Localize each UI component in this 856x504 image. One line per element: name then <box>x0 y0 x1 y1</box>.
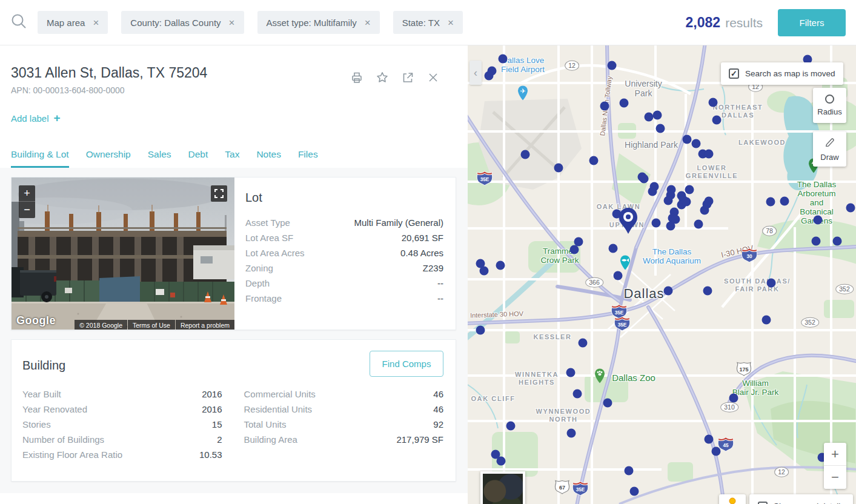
radius-circle-icon <box>825 94 834 104</box>
property-marker-dot[interactable] <box>609 244 618 253</box>
chip-close-icon[interactable]: × <box>229 18 235 28</box>
property-marker-dot[interactable] <box>570 245 579 254</box>
property-marker-dot[interactable] <box>766 197 775 207</box>
paw-poi-marker[interactable] <box>594 368 606 386</box>
airplane-poi-marker[interactable]: ✈ <box>517 85 529 104</box>
checkbox-unchecked-icon[interactable] <box>758 502 768 504</box>
tab-ownership[interactable]: Ownership <box>86 149 131 168</box>
property-marker-dot[interactable] <box>608 61 617 70</box>
open-external-icon[interactable] <box>401 71 414 84</box>
property-marker-dot[interactable] <box>579 339 588 348</box>
property-marker-dot[interactable] <box>846 204 855 213</box>
property-marker-dot[interactable] <box>485 71 494 81</box>
street-view-image[interactable]: + − Google © 2018 Google Terms of Use Re… <box>12 177 234 330</box>
property-marker-dot[interactable] <box>712 447 721 456</box>
tab-sales[interactable]: Sales <box>148 149 171 168</box>
fullscreen-icon[interactable] <box>211 185 227 202</box>
property-marker-dot[interactable] <box>712 116 722 125</box>
property-marker-dot[interactable] <box>589 156 599 165</box>
property-marker-dot[interactable] <box>603 399 612 408</box>
property-marker-dot[interactable] <box>476 326 485 335</box>
property-marker-dot[interactable] <box>499 55 508 64</box>
property-marker-dot[interactable] <box>682 197 691 207</box>
property-marker-dot[interactable] <box>566 368 576 377</box>
property-marker-dot[interactable] <box>645 113 654 122</box>
property-marker-dot[interactable] <box>652 219 661 228</box>
property-marker-dot[interactable] <box>703 200 712 209</box>
property-marker-dot[interactable] <box>705 435 714 444</box>
pegman-control[interactable] <box>719 494 746 504</box>
property-marker-dot[interactable] <box>833 237 842 246</box>
chip-close-icon[interactable]: × <box>93 18 99 28</box>
property-marker-dot[interactable] <box>630 487 639 496</box>
search-as-map-moved-toggle[interactable]: ✓ Search as map is moved <box>721 62 843 85</box>
property-marker-dot[interactable] <box>648 187 657 196</box>
property-marker-dot[interactable] <box>664 287 673 296</box>
report-problem-link[interactable]: Report a problem <box>176 320 234 330</box>
property-marker-dot[interactable] <box>664 196 673 205</box>
filter-chip-label: Map area <box>47 18 85 28</box>
street-view-thumbnail[interactable] <box>480 471 525 504</box>
collapse-panel-button[interactable]: ‹ <box>469 61 482 85</box>
street-view-zoom-out-button[interactable]: − <box>19 202 35 218</box>
print-icon[interactable] <box>350 71 363 84</box>
property-marker-dot[interactable] <box>780 197 789 206</box>
tab-notes[interactable]: Notes <box>256 149 281 168</box>
radius-tool-button[interactable]: Radius <box>813 88 846 123</box>
property-marker-dot[interactable] <box>640 174 649 184</box>
chip-close-icon[interactable]: × <box>448 18 454 28</box>
property-marker-dot[interactable] <box>666 222 675 231</box>
terms-of-use-link[interactable]: Terms of Use <box>128 320 175 330</box>
property-marker-dot[interactable] <box>480 267 489 276</box>
tab-tax[interactable]: Tax <box>225 149 239 168</box>
property-marker-dot[interactable] <box>767 279 776 288</box>
map-zoom-in-button[interactable]: + <box>824 443 846 466</box>
property-marker-dot[interactable] <box>620 99 629 108</box>
chip-close-icon[interactable]: × <box>365 18 371 28</box>
selected-property-pin[interactable] <box>618 207 639 237</box>
property-marker-dot[interactable] <box>625 466 634 476</box>
favorite-star-icon[interactable] <box>376 71 389 84</box>
property-marker-dot[interactable] <box>554 164 563 173</box>
filter-chip[interactable]: Map area× <box>38 11 108 34</box>
tab-files[interactable]: Files <box>298 149 318 168</box>
map-canvas[interactable]: Dallas LoveField AirportUniversityParkNO… <box>468 45 856 504</box>
draw-tool-button[interactable]: Draw <box>813 131 846 167</box>
close-panel-icon[interactable] <box>426 71 440 84</box>
filter-chip[interactable]: Asset type: Multifamily× <box>257 11 380 34</box>
property-marker-dot[interactable] <box>573 390 582 399</box>
fish-poi-marker[interactable] <box>619 254 631 273</box>
property-marker-dot[interactable] <box>496 261 505 270</box>
property-marker-dot[interactable] <box>703 287 712 296</box>
street-view-zoom-in-button[interactable]: + <box>19 185 35 202</box>
filter-chip[interactable]: State: TX× <box>393 11 463 34</box>
property-marker-dot[interactable] <box>694 220 703 229</box>
property-marker-dot[interactable] <box>812 237 821 246</box>
search-icon[interactable] <box>10 12 28 33</box>
property-marker-dot[interactable] <box>729 394 738 403</box>
property-marker-dot[interactable] <box>709 98 718 107</box>
property-marker-dot[interactable] <box>497 457 506 466</box>
property-marker-dot[interactable] <box>814 216 823 225</box>
property-marker-dot[interactable] <box>705 150 714 159</box>
tab-debt[interactable]: Debt <box>188 149 208 168</box>
property-marker-dot[interactable] <box>683 135 692 144</box>
property-marker-dot[interactable] <box>656 124 665 133</box>
property-marker-dot[interactable] <box>567 429 576 438</box>
filters-button[interactable]: Filters <box>778 9 846 36</box>
add-label-link[interactable]: Add label + <box>11 111 61 125</box>
property-marker-dot[interactable] <box>685 185 694 194</box>
property-marker-dot[interactable] <box>653 111 662 120</box>
show-details-toggle[interactable]: Show parcel details <box>749 494 853 504</box>
property-marker-dot[interactable] <box>762 316 771 325</box>
property-marker-dot[interactable] <box>506 422 516 431</box>
tab-content: + − Google © 2018 Google Terms of Use Re… <box>0 168 468 493</box>
checkbox-checked-icon[interactable]: ✓ <box>729 68 739 79</box>
property-marker-dot[interactable] <box>600 102 609 111</box>
map-zoom-out-button[interactable]: − <box>824 466 846 489</box>
property-marker-dot[interactable] <box>692 139 701 148</box>
tab-building-lot[interactable]: Building & Lot <box>11 149 69 168</box>
filter-chip[interactable]: County: Dallas County× <box>121 11 244 34</box>
find-comps-button[interactable]: Find Comps <box>370 351 443 377</box>
property-marker-dot[interactable] <box>521 150 530 159</box>
